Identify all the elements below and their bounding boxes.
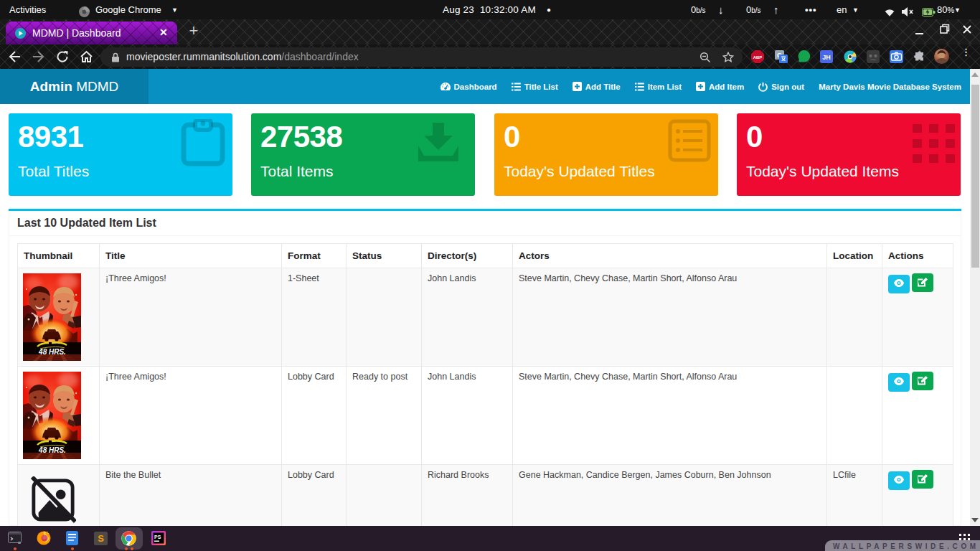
- svg-text:S: S: [98, 533, 104, 544]
- svg-text:JH: JH: [822, 54, 831, 61]
- svg-text:ABP: ABP: [753, 55, 763, 60]
- svg-text:PS: PS: [154, 534, 161, 540]
